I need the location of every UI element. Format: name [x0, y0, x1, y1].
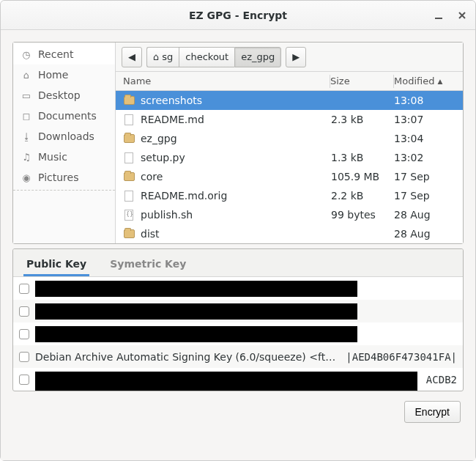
- key-row[interactable]: [13, 277, 463, 300]
- clock-icon: ◷: [21, 48, 32, 60]
- file-icon: [123, 152, 135, 163]
- file-name: dist: [141, 228, 160, 240]
- tab-symmetric-key[interactable]: Symetric Key: [107, 258, 189, 276]
- sidebar-item-desktop[interactable]: ▭Desktop: [13, 85, 115, 106]
- file-chooser: ◷Recent ⌂Home ▭Desktop ◻Documents ⭳Downl…: [12, 42, 464, 244]
- home-icon: ⌂: [153, 51, 159, 62]
- path-segment-checkout[interactable]: checkout: [179, 47, 234, 67]
- music-icon: ♫: [21, 151, 32, 163]
- file-modified: 13:07: [394, 114, 463, 125]
- window: EZ GPG - Encrypt ◷Recent ⌂Home ▭Desktop …: [0, 0, 476, 461]
- key-list[interactable]: Debian Archive Automatic Signing Key (6.…: [13, 277, 463, 391]
- folder-icon: [123, 95, 135, 106]
- key-row[interactable]: Debian Archive Automatic Signing Key (6.…: [13, 345, 463, 368]
- file-modified: 13:02: [394, 152, 463, 163]
- key-checkbox[interactable]: [19, 352, 29, 362]
- file-size: 105.9 MB: [331, 171, 394, 182]
- column-name[interactable]: Name: [116, 75, 330, 86]
- file-modified: 17 Sep: [394, 190, 463, 202]
- file-name: README.md.orig: [141, 190, 227, 202]
- path-forward-button[interactable]: ▶: [286, 47, 306, 67]
- window-title: EZ GPG - Encrypt: [189, 10, 287, 21]
- redacted-key: [35, 388, 417, 391]
- file-size: 99 bytes: [331, 209, 394, 221]
- key-id: |AED4B06F473041FA|: [343, 351, 457, 363]
- folder-icon: [123, 228, 135, 240]
- path-segments: ⌂sg checkout ez_gpg: [146, 47, 281, 67]
- sidebar-item-home[interactable]: ⌂Home: [13, 64, 115, 85]
- redacted-key: [35, 326, 357, 342]
- file-size: 2.2 kB: [331, 190, 394, 202]
- tab-public-key[interactable]: Public Key: [23, 258, 89, 276]
- file-name: publish.sh: [141, 209, 193, 221]
- file-list-header: Name Size Modified▲: [116, 72, 463, 91]
- key-checkbox[interactable]: [19, 284, 29, 294]
- close-button[interactable]: [455, 8, 469, 23]
- key-panel: Public Key Symetric Key Debian Archive A…: [12, 248, 464, 391]
- file-main: ◀ ⌂sg checkout ez_gpg ▶ Name Size Modifi…: [116, 43, 463, 243]
- key-id: 495E4: [423, 390, 457, 391]
- download-icon: ⭳: [21, 130, 32, 142]
- minimize-button[interactable]: [431, 8, 446, 23]
- key-label: Debian Archive Automatic Signing Key (6.…: [35, 351, 337, 363]
- file-size: 1.3 kB: [331, 152, 394, 163]
- encrypt-button[interactable]: Encrypt: [404, 401, 461, 423]
- column-size[interactable]: Size: [330, 75, 393, 86]
- path-segment-ezgpg[interactable]: ez_gpg: [234, 47, 281, 67]
- file-row[interactable]: dist28 Aug: [116, 224, 463, 243]
- key-tabs: Public Key Symetric Key: [13, 249, 463, 277]
- file-row[interactable]: README.md2.3 kB13:07: [116, 110, 463, 129]
- sidebar-separator: [13, 190, 115, 191]
- path-back-button[interactable]: ◀: [122, 47, 142, 67]
- folder-icon: [123, 133, 135, 144]
- file-modified: 13:04: [394, 133, 463, 144]
- sidebar-item-downloads[interactable]: ⭳Downloads: [13, 126, 115, 147]
- key-row[interactable]: [13, 322, 463, 345]
- svg-rect-0: [435, 18, 442, 19]
- key-checkbox[interactable]: [19, 306, 29, 317]
- file-name: README.md: [141, 114, 204, 125]
- file-row[interactable]: screenshots13:08: [116, 91, 463, 110]
- file-row[interactable]: publish.sh99 bytes28 Aug: [116, 205, 463, 224]
- folder-icon: ▭: [21, 89, 32, 101]
- file-row[interactable]: setup.py1.3 kB13:02: [116, 148, 463, 167]
- file-modified: 13:08: [394, 95, 463, 106]
- footer: Encrypt: [12, 396, 464, 428]
- titlebar: EZ GPG - Encrypt: [1, 1, 475, 30]
- key-checkbox[interactable]: [19, 375, 29, 385]
- file-list[interactable]: screenshots13:08README.md2.3 kB13:07ez_g…: [116, 91, 463, 243]
- column-modified[interactable]: Modified▲: [394, 75, 463, 86]
- file-modified: 17 Sep: [394, 171, 463, 182]
- window-controls: [431, 1, 469, 30]
- file-row[interactable]: ez_gpg13:04: [116, 129, 463, 148]
- pathbar: ◀ ⌂sg checkout ez_gpg ▶: [116, 43, 463, 72]
- home-icon: ⌂: [21, 69, 32, 81]
- sidebar-item-documents[interactable]: ◻Documents: [13, 106, 115, 126]
- path-segment-home[interactable]: ⌂sg: [146, 47, 179, 67]
- redacted-key: [35, 303, 357, 320]
- doc-icon: ◻: [21, 110, 32, 122]
- script-icon: [123, 209, 135, 221]
- file-icon: [123, 190, 135, 202]
- file-modified: 28 Aug: [394, 209, 463, 221]
- key-id: ACDB2: [423, 374, 457, 386]
- file-name: screenshots: [141, 95, 202, 106]
- sort-ascending-icon: ▲: [437, 78, 442, 85]
- file-modified: 28 Aug: [394, 228, 463, 240]
- file-name: setup.py: [141, 152, 185, 163]
- camera-icon: ◉: [21, 172, 32, 183]
- file-icon: [123, 114, 135, 125]
- sidebar-item-recent[interactable]: ◷Recent: [13, 44, 115, 64]
- key-checkbox[interactable]: [19, 329, 29, 339]
- file-row[interactable]: README.md.orig2.2 kB17 Sep: [116, 186, 463, 205]
- file-size: 2.3 kB: [331, 114, 394, 125]
- body: ◷Recent ⌂Home ▭Desktop ◻Documents ⭳Downl…: [1, 30, 475, 460]
- file-name: core: [141, 171, 163, 182]
- file-name: ez_gpg: [141, 133, 177, 144]
- sidebar-item-music[interactable]: ♫Music: [13, 147, 115, 167]
- key-row[interactable]: [13, 300, 463, 322]
- redacted-key: [35, 372, 417, 388]
- redacted-key: [35, 281, 357, 297]
- sidebar-item-pictures[interactable]: ◉Pictures: [13, 167, 115, 188]
- file-row[interactable]: core105.9 MB17 Sep: [116, 167, 463, 186]
